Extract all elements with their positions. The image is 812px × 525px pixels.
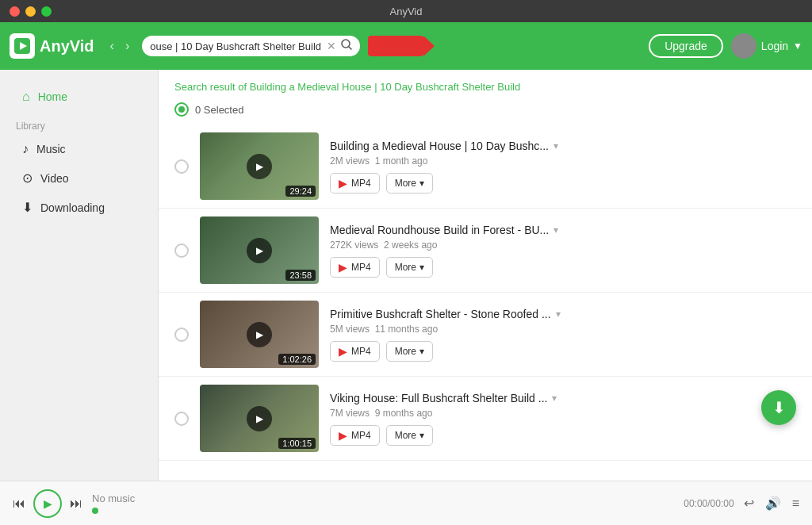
more-button-3[interactable]: More ▾	[386, 341, 433, 362]
video-title-1: Building a Medieval House | 10 Day Bushc…	[330, 140, 549, 152]
select-all-checkbox[interactable]	[174, 102, 189, 117]
sidebar-item-music[interactable]: ♪ Music	[6, 136, 151, 163]
download-icon: ⬇	[22, 200, 33, 215]
app-name: AnyVid	[40, 37, 94, 56]
more-chevron-3: ▾	[419, 346, 424, 357]
video-meta-4: 7M views 9 months ago	[330, 408, 796, 419]
svg-line-3	[349, 47, 351, 49]
login-label: Login	[761, 40, 788, 52]
video-info-2: Medieval Roundhouse Build in Forest - BU…	[330, 224, 796, 278]
red-arrow-shape	[368, 36, 423, 56]
video-thumbnail-1: ▶ 29:24	[200, 132, 319, 200]
video-title-row-3: Primitive Bushcraft Shelter - Stone Roof…	[330, 308, 796, 320]
expand-arrow-4[interactable]: ▾	[552, 393, 557, 404]
video-actions-4: ▶ MP4 More ▾	[330, 425, 796, 446]
video-title-row-2: Medieval Roundhouse Build in Forest - BU…	[330, 224, 796, 236]
close-button[interactable]	[10, 6, 20, 17]
video-actions-1: ▶ MP4 More ▾	[330, 173, 796, 194]
volume-button[interactable]: 🔊	[765, 496, 781, 511]
nav-arrows: ‹ ›	[105, 36, 135, 56]
video-thumbnail-4: ▶ 1:00:15	[200, 385, 319, 452]
more-button-2[interactable]: More ▾	[386, 257, 433, 278]
track-info: No music	[92, 492, 674, 514]
queue-button[interactable]: ≡	[792, 496, 799, 511]
thumbnail-play-button-1[interactable]: ▶	[247, 154, 272, 179]
video-item: ▶ 23:58 Medieval Roundhouse Build in For…	[159, 209, 812, 293]
maximize-button[interactable]	[41, 6, 52, 17]
bottom-icons: ↩ 🔊 ≡	[744, 496, 799, 511]
sidebar-item-downloading[interactable]: ⬇ Downloading	[6, 194, 151, 221]
time-display: 00:00/00:00	[684, 498, 733, 509]
more-button-4[interactable]: More ▾	[386, 425, 433, 446]
mp4-button-4[interactable]: ▶ MP4	[330, 425, 380, 446]
more-chevron-1: ▾	[419, 178, 424, 189]
traffic-lights	[10, 6, 52, 17]
mp4-button-3[interactable]: ▶ MP4	[330, 341, 380, 362]
search-bar[interactable]: ouse | 10 Day Bushcraft Shelter Build ✕	[142, 36, 359, 56]
thumbnail-play-button-2[interactable]: ▶	[247, 238, 272, 263]
thumbnail-play-button-3[interactable]: ▶	[247, 322, 272, 347]
video-checkbox-3[interactable]	[174, 328, 189, 342]
content-area: Search result of Building a Medieval Hou…	[159, 70, 812, 481]
video-info-3: Primitive Bushcraft Shelter - Stone Roof…	[330, 308, 796, 362]
more-button-1[interactable]: More ▾	[386, 173, 433, 194]
play-pause-button[interactable]: ▶	[33, 489, 62, 518]
titlebar: AnyVid	[0, 0, 812, 22]
search-clear-button[interactable]: ✕	[327, 40, 336, 52]
sidebar-item-video[interactable]: ⊙ Video	[6, 164, 151, 192]
expand-arrow-2[interactable]: ▾	[553, 224, 558, 236]
mp4-button-2[interactable]: ▶ MP4	[330, 257, 380, 278]
video-title-row-1: Building a Medieval House | 10 Day Bushc…	[330, 140, 796, 152]
duration-badge-4: 1:00:15	[278, 438, 316, 449]
red-arrow-indicator	[368, 34, 431, 58]
expand-arrow-1[interactable]: ▾	[553, 140, 558, 151]
video-title-3: Primitive Bushcraft Shelter - Stone Roof…	[330, 308, 551, 320]
search-icon[interactable]	[341, 39, 352, 53]
video-checkbox-4[interactable]	[174, 412, 189, 426]
video-meta-3: 5M views 11 months ago	[330, 324, 796, 335]
login-area[interactable]: Login ▼	[731, 33, 802, 59]
main-layout: ⌂ Home Library ♪ Music ⊙ Video ⬇ Downloa…	[0, 70, 812, 481]
play-icon: ▶	[44, 497, 52, 510]
dropdown-arrow-icon: ▼	[793, 40, 802, 52]
duration-badge-2: 23:58	[285, 270, 316, 281]
expand-arrow-3[interactable]: ▾	[556, 308, 561, 320]
media-controls: ⏮ ▶ ⏭	[13, 489, 82, 518]
search-text: ouse | 10 Day Bushcraft Shelter Build	[150, 40, 321, 52]
video-item: ▶ 29:24 Building a Medieval House | 10 D…	[159, 125, 812, 209]
header: AnyVid ‹ › ouse | 10 Day Bushcraft Shelt…	[0, 22, 812, 70]
progress-indicator	[92, 508, 98, 514]
search-result-header: Search result of Building a Medieval Hou…	[159, 70, 812, 99]
sidebar-item-label-home: Home	[38, 90, 67, 103]
app-icon	[10, 33, 35, 59]
download-fab-button[interactable]: ⬇	[761, 390, 796, 425]
selected-count: 0 Selected	[195, 104, 243, 116]
video-checkbox-2[interactable]	[174, 243, 189, 258]
search-result-prefix: Search result of	[174, 81, 250, 93]
mp4-button-1[interactable]: ▶ MP4	[330, 173, 380, 194]
repeat-button[interactable]: ↩	[744, 496, 754, 511]
svg-point-4	[178, 106, 185, 113]
sidebar-item-label-music: Music	[36, 143, 66, 155]
sidebar-item-label-downloading: Downloading	[40, 201, 105, 214]
mp4-icon-1: ▶	[339, 177, 347, 190]
next-track-button[interactable]: ⏭	[70, 496, 82, 511]
back-button[interactable]: ‹	[105, 36, 119, 56]
forward-button[interactable]: ›	[121, 36, 134, 56]
video-thumbnail-2: ▶ 23:58	[200, 217, 319, 284]
avatar	[731, 33, 756, 59]
prev-track-button[interactable]: ⏮	[13, 496, 25, 511]
video-title-4: Viking House: Full Bushcraft Shelter Bui…	[330, 392, 547, 404]
video-meta-2: 272K views 2 weeks ago	[330, 240, 796, 251]
video-item: ▶ 1:00:15 Viking House: Full Bushcraft S…	[159, 377, 812, 461]
bottom-bar: ⏮ ▶ ⏭ No music 00:00/00:00 ↩ 🔊 ≡	[0, 481, 812, 525]
sidebar-library-label: Library	[0, 111, 158, 135]
video-item: ▶ 1:02:26 Primitive Bushcraft Shelter - …	[159, 293, 812, 377]
thumbnail-play-button-4[interactable]: ▶	[247, 406, 272, 431]
sidebar-item-home[interactable]: ⌂ Home	[6, 83, 151, 110]
selected-row: 0 Selected	[159, 99, 812, 125]
upgrade-button[interactable]: Upgrade	[649, 34, 723, 58]
video-checkbox-1[interactable]	[174, 159, 189, 174]
minimize-button[interactable]	[25, 6, 36, 17]
video-title-2: Medieval Roundhouse Build in Forest - BU…	[330, 224, 549, 236]
